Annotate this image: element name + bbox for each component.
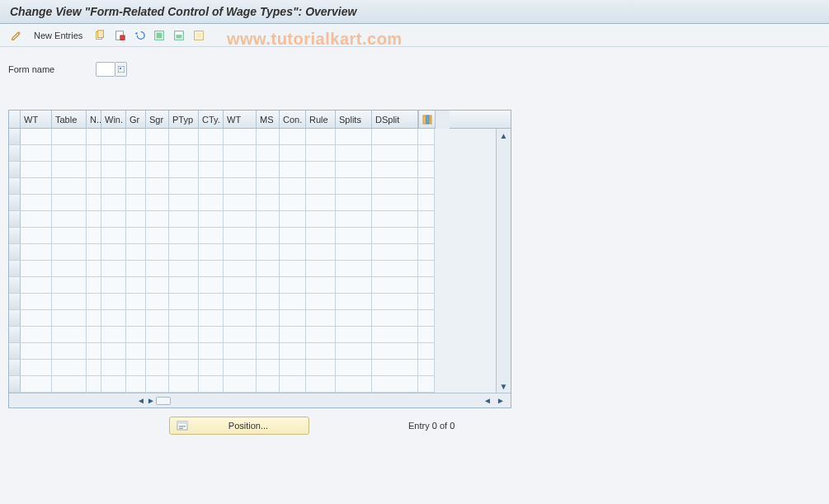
cell[interactable]: [336, 228, 372, 244]
cell[interactable]: [224, 129, 257, 145]
cell[interactable]: [336, 162, 372, 178]
vertical-scrollbar[interactable]: ▲ ▼: [496, 129, 511, 393]
table-row[interactable]: [9, 129, 496, 145]
cell[interactable]: [101, 228, 126, 244]
cell[interactable]: [336, 277, 372, 294]
cell[interactable]: [126, 261, 146, 277]
cell[interactable]: [87, 211, 101, 228]
cell[interactable]: [280, 162, 306, 178]
cell[interactable]: [306, 178, 336, 195]
cell[interactable]: [126, 178, 146, 195]
cell[interactable]: [372, 228, 418, 244]
cell[interactable]: [169, 261, 199, 277]
row-selector[interactable]: [9, 261, 21, 277]
cell[interactable]: [306, 145, 336, 162]
search-help-icon[interactable]: [115, 62, 127, 77]
cell[interactable]: [257, 228, 280, 244]
cell[interactable]: [146, 343, 169, 360]
cell[interactable]: [306, 294, 336, 310]
cell[interactable]: [126, 376, 146, 393]
cell[interactable]: [224, 145, 257, 162]
cell[interactable]: [257, 277, 280, 294]
cell[interactable]: [199, 294, 224, 310]
cell[interactable]: [101, 145, 126, 162]
cell[interactable]: [224, 310, 257, 327]
cell[interactable]: [101, 129, 126, 145]
cell[interactable]: [169, 129, 199, 145]
cell[interactable]: [336, 145, 372, 162]
toggle-display-change-icon[interactable]: [8, 27, 25, 44]
table-row[interactable]: [9, 294, 496, 310]
cell[interactable]: [280, 294, 306, 310]
cell[interactable]: [101, 360, 126, 376]
cell[interactable]: [169, 294, 199, 310]
cell[interactable]: [280, 261, 306, 277]
col-rule[interactable]: Rule: [306, 111, 336, 128]
cell[interactable]: [224, 360, 257, 376]
cell[interactable]: [224, 376, 257, 393]
cell[interactable]: [257, 162, 280, 178]
cell[interactable]: [101, 261, 126, 277]
cell[interactable]: [101, 294, 126, 310]
row-selector[interactable]: [9, 244, 21, 261]
cell[interactable]: [199, 211, 224, 228]
cell[interactable]: [52, 228, 87, 244]
cell[interactable]: [146, 277, 169, 294]
cell[interactable]: [306, 261, 336, 277]
scroll-down-icon[interactable]: ▼: [497, 379, 511, 393]
cell[interactable]: [372, 195, 418, 211]
cell[interactable]: [336, 376, 372, 393]
cell[interactable]: [306, 360, 336, 376]
form-name-field[interactable]: [96, 62, 127, 77]
cell[interactable]: [126, 343, 146, 360]
cell[interactable]: [280, 360, 306, 376]
cell[interactable]: [306, 195, 336, 211]
cell[interactable]: [336, 261, 372, 277]
cell[interactable]: [336, 244, 372, 261]
cell[interactable]: [21, 277, 52, 294]
cell[interactable]: [280, 244, 306, 261]
cell[interactable]: [52, 360, 87, 376]
cell[interactable]: [87, 178, 101, 195]
cell[interactable]: [372, 360, 418, 376]
cell[interactable]: [21, 129, 52, 145]
cell[interactable]: [87, 327, 101, 343]
cell[interactable]: [199, 228, 224, 244]
row-selector[interactable]: [9, 343, 21, 360]
row-selector[interactable]: [9, 162, 21, 178]
row-selector[interactable]: [9, 228, 21, 244]
cell[interactable]: [146, 228, 169, 244]
cell[interactable]: [126, 162, 146, 178]
cell[interactable]: [52, 195, 87, 211]
cell[interactable]: [146, 310, 169, 327]
cell[interactable]: [21, 145, 52, 162]
cell[interactable]: [169, 277, 199, 294]
hscroll-thumb[interactable]: [156, 397, 171, 405]
cell[interactable]: [146, 211, 169, 228]
cell[interactable]: [280, 129, 306, 145]
cell[interactable]: [21, 228, 52, 244]
cell[interactable]: [224, 261, 257, 277]
select-block-icon[interactable]: [171, 27, 187, 44]
cell[interactable]: [52, 294, 87, 310]
scroll-right-end-icon[interactable]: ►: [496, 396, 506, 406]
row-selector[interactable]: [9, 277, 21, 294]
cell[interactable]: [146, 360, 169, 376]
cell[interactable]: [306, 277, 336, 294]
cell[interactable]: [52, 277, 87, 294]
cell[interactable]: [146, 261, 169, 277]
row-selector[interactable]: [9, 376, 21, 393]
cell[interactable]: [257, 294, 280, 310]
cell[interactable]: [372, 261, 418, 277]
cell[interactable]: [199, 327, 224, 343]
table-row[interactable]: [9, 261, 496, 277]
cell[interactable]: [306, 343, 336, 360]
undo-change-icon[interactable]: [131, 27, 148, 44]
scroll-left-icon[interactable]: ◄: [136, 396, 146, 406]
cell[interactable]: [169, 195, 199, 211]
cell[interactable]: [101, 376, 126, 393]
cell[interactable]: [52, 376, 87, 393]
row-selector[interactable]: [9, 178, 21, 195]
table-row[interactable]: [9, 211, 496, 228]
cell[interactable]: [257, 195, 280, 211]
